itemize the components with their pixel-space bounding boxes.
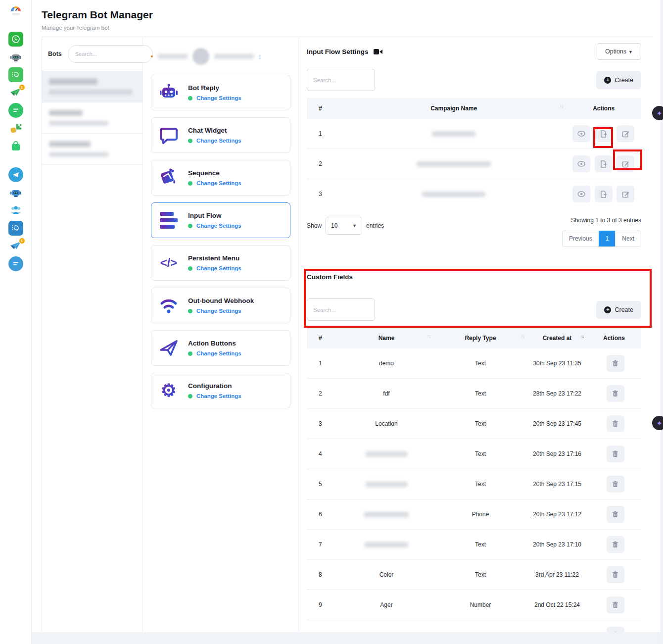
export-button[interactable] xyxy=(595,186,613,202)
col-num[interactable]: # xyxy=(307,328,339,348)
delete-button[interactable] xyxy=(607,566,624,583)
export-button[interactable] xyxy=(595,155,613,172)
change-settings-link[interactable]: Change Settings xyxy=(196,95,241,101)
whatsapp-icon[interactable] xyxy=(8,32,23,47)
col-actions: Actions xyxy=(587,328,641,348)
custom-fields-create-button[interactable]: +Create xyxy=(596,301,641,319)
bot-username-redacted xyxy=(49,90,132,95)
dashboard-speedometer-icon[interactable] xyxy=(8,3,23,18)
card-title: Input Flow xyxy=(188,212,241,219)
plus-icon: + xyxy=(604,306,611,313)
col-reply-type[interactable]: Reply Type↑↓ xyxy=(433,328,527,348)
video-tutorial-icon[interactable] xyxy=(374,49,382,55)
options-button[interactable]: Options▼ xyxy=(597,43,641,60)
card-title: Sequence xyxy=(188,169,241,177)
delete-button[interactable] xyxy=(607,536,624,553)
change-settings-link[interactable]: Change Settings xyxy=(196,393,241,399)
status-green-dot xyxy=(188,181,192,186)
status-green-dot xyxy=(188,394,192,398)
view-button[interactable] xyxy=(572,186,590,202)
next-page-button[interactable]: Next xyxy=(615,231,641,247)
ai-assistant-fab[interactable]: ✦ xyxy=(652,106,663,120)
chatbot-green-icon[interactable] xyxy=(8,50,23,64)
change-settings-link[interactable]: Change Settings xyxy=(196,265,241,271)
shop-icon[interactable] xyxy=(8,139,23,153)
row-number: 7 xyxy=(307,530,339,560)
bot-list-item[interactable] xyxy=(42,71,142,102)
plus-icon: + xyxy=(604,77,611,84)
sort-icon-active: ↑↓ xyxy=(580,334,584,339)
scrollbar-track[interactable] xyxy=(661,0,663,644)
status-green-dot xyxy=(188,309,192,313)
campaign-name-redacted xyxy=(417,161,491,167)
broadcast-green-icon[interactable]: 1 xyxy=(8,85,23,100)
card-persistent-menu[interactable]: </> Persistent Menu Change Settings xyxy=(151,245,290,281)
field-created: 30th Sep 23 11:35 xyxy=(527,348,587,379)
page-size-select[interactable]: 10▼ xyxy=(326,217,362,235)
field-name: Color xyxy=(339,560,433,590)
bot-reply-icon xyxy=(157,81,180,104)
row-number: 6 xyxy=(307,499,339,530)
delete-button[interactable] xyxy=(607,506,624,523)
campaign-search-input[interactable] xyxy=(307,69,375,91)
campaign-create-button[interactable]: +Create xyxy=(596,71,641,89)
groups-blue-icon[interactable] xyxy=(8,203,23,218)
edit-button[interactable] xyxy=(616,155,634,172)
card-input-flow[interactable]: Input Flow Change Settings xyxy=(151,202,290,238)
chatbot-blue-icon[interactable] xyxy=(8,185,23,200)
contacts-blue-icon[interactable] xyxy=(8,221,23,236)
previous-page-button[interactable]: Previous xyxy=(562,231,599,247)
ai-assistant-fab[interactable]: ✦ xyxy=(652,416,663,430)
change-settings-link[interactable]: Change Settings xyxy=(196,223,241,229)
messenger-green-icon[interactable] xyxy=(8,103,23,118)
row-number: 8 xyxy=(307,560,339,590)
change-settings-link[interactable]: Change Settings xyxy=(196,308,241,314)
row-number: 2 xyxy=(307,149,341,179)
card-configuration[interactable]: ⚙ Configuration Change Settings xyxy=(151,373,290,408)
edit-button[interactable] xyxy=(616,186,634,202)
delete-button[interactable] xyxy=(607,385,624,402)
bots-panel: Bots xyxy=(42,37,143,644)
change-settings-link[interactable]: Change Settings xyxy=(196,350,241,356)
col-name[interactable]: Name↑↓ xyxy=(339,328,433,348)
delete-button[interactable] xyxy=(607,446,624,462)
delete-button[interactable] xyxy=(607,355,624,372)
field-type: Text xyxy=(433,348,527,379)
bot-name-redacted xyxy=(49,141,91,147)
card-bot-reply[interactable]: Bot Reply Change Settings xyxy=(151,75,290,110)
row-number: 3 xyxy=(307,409,339,439)
integrations-icon[interactable] xyxy=(8,121,23,136)
view-button[interactable] xyxy=(572,155,590,172)
telegram-icon[interactable] xyxy=(8,167,23,182)
edit-button[interactable] xyxy=(616,125,634,142)
col-created-at[interactable]: Created at↑↓ xyxy=(527,328,587,348)
custom-fields-search-input[interactable] xyxy=(307,298,375,321)
page-button-1[interactable]: 1 xyxy=(599,231,616,247)
bot-list-item[interactable] xyxy=(42,102,142,134)
change-settings-link[interactable]: Change Settings xyxy=(196,138,241,144)
card-sequence[interactable]: Sequence Change Settings xyxy=(151,160,290,196)
bot-list-item[interactable] xyxy=(42,134,142,165)
delete-button[interactable] xyxy=(607,415,624,432)
col-num[interactable]: # xyxy=(307,98,341,119)
col-campaign-name[interactable]: Campaign Name↑↓ xyxy=(341,98,566,119)
card-outbound-webhook[interactable]: Out-bound Webhook Change Settings xyxy=(151,288,290,323)
messenger-blue-icon[interactable] xyxy=(8,256,23,271)
contacts-green-icon[interactable] xyxy=(8,67,23,82)
field-type: Phone xyxy=(433,499,527,530)
bots-search-input[interactable] xyxy=(68,45,153,63)
delete-button[interactable] xyxy=(607,476,624,493)
bot-menu-icon[interactable]: : xyxy=(259,53,261,60)
broadcast-blue-icon[interactable]: 1 xyxy=(8,239,23,253)
row-number: 9 xyxy=(307,590,339,620)
field-name: fdf xyxy=(339,379,433,409)
field-name: Ager xyxy=(339,590,433,620)
card-chat-widget[interactable]: Chat Widget Change Settings xyxy=(151,117,290,153)
card-action-buttons[interactable]: Action Buttons Change Settings xyxy=(151,330,290,366)
delete-button[interactable] xyxy=(607,596,624,613)
view-button[interactable] xyxy=(572,125,590,142)
card-title: Persistent Menu xyxy=(188,254,241,262)
change-settings-link[interactable]: Change Settings xyxy=(196,180,241,186)
export-button[interactable] xyxy=(595,125,613,142)
caret-down-icon: ▼ xyxy=(352,223,357,228)
